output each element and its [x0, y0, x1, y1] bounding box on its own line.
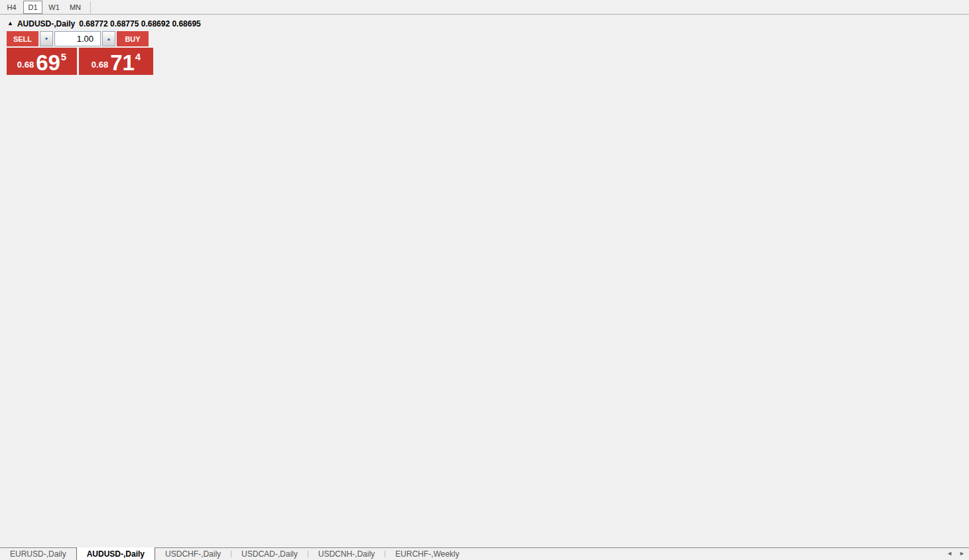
tab-eurchf-weekly[interactable]: EURCHF-,Weekly: [385, 548, 469, 560]
tab-usdchf-daily[interactable]: USDCHF-,Daily: [155, 548, 231, 560]
chevron-up-icon: ▲: [107, 36, 111, 41]
one-click-trading-panel: SELL ▼ ▲ BUY 0.68 69 5 0.68 71 4: [7, 31, 153, 75]
tab-scroll-right-icon[interactable]: ►: [959, 550, 965, 557]
sell-price-big: 69: [36, 54, 60, 72]
tab-scroll-controls: ◄ ►: [946, 550, 965, 557]
chart-canvas[interactable]: [0, 0, 969, 560]
volume-increase-button[interactable]: ▲: [102, 31, 115, 46]
tab-eurusd-daily[interactable]: EURUSD-,Daily: [0, 548, 76, 560]
chart-ohlc-values: 0.68772 0.68775 0.68692 0.68695: [79, 19, 201, 28]
volume-decrease-button[interactable]: ▼: [40, 31, 53, 46]
tab-scroll-left-icon[interactable]: ◄: [946, 550, 952, 557]
buy-button[interactable]: BUY: [117, 31, 149, 46]
buy-price-display[interactable]: 0.68 71 4: [79, 48, 153, 75]
sell-price-display[interactable]: 0.68 69 5: [7, 48, 77, 75]
tab-usdcnh-daily[interactable]: USDCNH-,Daily: [308, 548, 385, 560]
chart-tab-bar: EURUSD-,DailyAUDUSD-,DailyUSDCHF-,DailyU…: [0, 547, 969, 560]
chevron-down-icon: ▼: [44, 36, 49, 41]
chart-title: ▲ AUDUSD-,Daily 0.68772 0.68775 0.68692 …: [7, 19, 201, 28]
symbol-marker-icon: ▲: [7, 20, 13, 27]
sell-price-pip: 5: [61, 51, 66, 62]
chart-symbol-period: AUDUSD-,Daily: [17, 19, 75, 28]
tab-usdcad-daily[interactable]: USDCAD-,Daily: [231, 548, 308, 560]
sell-price-prefix: 0.68: [17, 60, 34, 70]
buy-price-big: 71: [110, 54, 135, 72]
buy-price-prefix: 0.68: [92, 60, 108, 70]
buy-price-pip: 4: [135, 51, 141, 62]
volume-input[interactable]: [54, 31, 101, 46]
tab-audusd-daily[interactable]: AUDUSD-,Daily: [76, 547, 155, 560]
sell-button[interactable]: SELL: [7, 31, 38, 46]
